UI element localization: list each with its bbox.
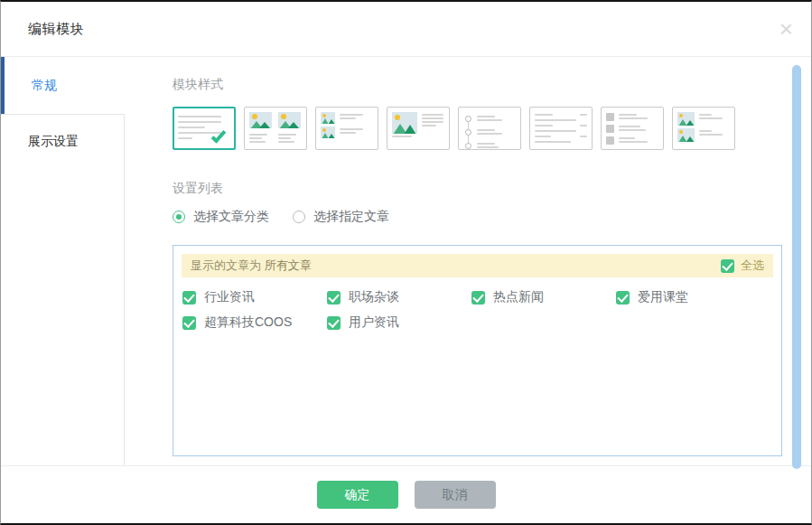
style-option-timeline[interactable] [458, 107, 521, 150]
select-all-label: 全选 [741, 258, 764, 274]
style-option-thumb-list[interactable] [315, 107, 378, 150]
radio-label: 选择文章分类 [193, 209, 269, 225]
sidebar-item-display-settings[interactable]: 展示设置 [1, 115, 124, 169]
category-label: 超算科技COOS [204, 314, 292, 331]
checkbox-checked-icon [616, 291, 630, 305]
dialog-content: 模块样式 设置列表 选择文章分类选择指定文章 显示的文章为 所有文章 [125, 57, 811, 465]
checkbox-checked-icon [721, 259, 734, 273]
style-option-text-lines[interactable] [173, 107, 236, 150]
category-checkbox-4[interactable]: 超算科技COOS [182, 314, 327, 331]
category-checkbox-list: 行业资讯职场杂谈热点新闻爱用课堂超算科技COOS用户资讯 [182, 289, 773, 331]
cancel-button[interactable]: 取消 [415, 481, 496, 509]
select-all-checkbox[interactable]: 全选 [721, 258, 764, 274]
radio-option-0[interactable]: 选择文章分类 [173, 209, 269, 225]
banner-value: 所有文章 [265, 258, 312, 272]
category-label: 行业资讯 [204, 289, 255, 305]
confirm-button[interactable]: 确定 [317, 481, 398, 509]
checkbox-checked-icon [327, 316, 341, 330]
article-source-radio-group: 选择文章分类选择指定文章 [173, 209, 811, 225]
style-option-image-left[interactable] [387, 107, 450, 150]
sidebar-rest: 展示设置 [1, 114, 125, 465]
checkbox-checked-icon [182, 316, 196, 330]
radio-checked-icon [173, 211, 185, 223]
dialog-title: 编辑模块 [1, 21, 84, 38]
style-option-title-date-list[interactable] [529, 107, 593, 150]
dialog-footer: 确定 取消 [1, 465, 811, 523]
category-checkbox-2[interactable]: 热点新闻 [471, 289, 616, 305]
category-checkbox-1[interactable]: 职场杂谈 [327, 289, 471, 305]
style-option-two-image-cards[interactable] [244, 107, 307, 150]
radio-label: 选择指定文章 [313, 209, 389, 225]
checkbox-checked-icon [182, 291, 196, 305]
checkbox-checked-icon [471, 291, 485, 305]
radio-unchecked-icon [293, 211, 305, 223]
radio-option-1[interactable]: 选择指定文章 [293, 209, 389, 225]
style-option-square-list[interactable] [601, 107, 664, 150]
article-category-panel: 显示的文章为 所有文章 全选 行业资讯职场杂谈热点新闻爱用课堂超算科技COOS用… [173, 245, 782, 456]
close-icon[interactable]: × [779, 17, 793, 41]
category-label: 爱用课堂 [638, 289, 688, 305]
scrollbar-thumb[interactable] [792, 65, 801, 469]
banner-prefix: 显示的文章为 [191, 258, 261, 272]
category-checkbox-3[interactable]: 爱用课堂 [616, 289, 761, 305]
dialog-body: 常规 展示设置 模块样式 设置列表 选择文章分类选择指定文章 [1, 57, 811, 465]
sidebar-item-general[interactable]: 常规 [1, 57, 125, 114]
checkbox-checked-icon [327, 291, 341, 305]
category-label: 热点新闻 [493, 289, 544, 305]
style-option-image-rows[interactable] [672, 107, 735, 150]
list-settings-label: 设置列表 [173, 181, 811, 197]
sidebar: 常规 展示设置 [1, 57, 125, 465]
banner-text: 显示的文章为 所有文章 [191, 258, 312, 274]
category-label: 职场杂谈 [349, 289, 399, 305]
module-style-label: 模块样式 [173, 77, 811, 93]
article-filter-banner: 显示的文章为 所有文章 全选 [182, 254, 773, 277]
edit-module-dialog: 编辑模块 × 常规 展示设置 模块样式 设置列表 选择文章分类选择指定文章 [0, 0, 812, 525]
category-checkbox-5[interactable]: 用户资讯 [327, 314, 471, 331]
dialog-header: 编辑模块 × [1, 2, 811, 57]
category-checkbox-0[interactable]: 行业资讯 [182, 289, 327, 305]
category-label: 用户资讯 [349, 314, 399, 331]
module-style-options [173, 107, 811, 150]
